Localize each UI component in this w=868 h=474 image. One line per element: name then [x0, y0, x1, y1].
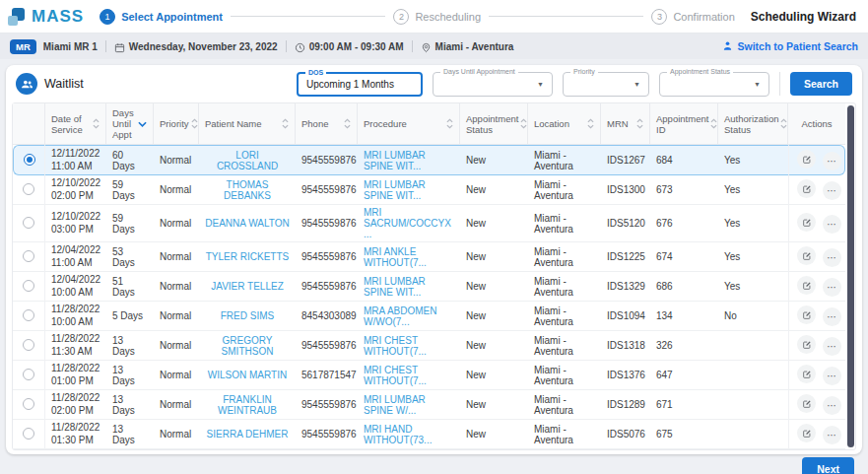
sort-desc-icon[interactable] [138, 121, 147, 127]
row-select-radio[interactable] [24, 154, 35, 166]
more-actions-button[interactable]: ⋯ [823, 152, 841, 170]
procedure-link[interactable]: MRI SACRUM/COCCYX ... [364, 207, 451, 239]
column-header-days-until-appt[interactable]: Days Until Appt [106, 103, 154, 145]
more-actions-button[interactable]: ⋯ [823, 248, 841, 267]
edit-appointment-button[interactable] [797, 365, 816, 383]
row-select-radio[interactable] [23, 250, 34, 262]
column-header-appointment-id[interactable]: Appointment ID [650, 103, 718, 145]
step-rescheduling[interactable]: 2 Rescheduling [393, 9, 481, 25]
procedure-link[interactable]: MRI LUMBAR SPINE WIT... [364, 150, 426, 171]
scrollbar-thumb[interactable] [847, 105, 854, 447]
logo-icon [8, 7, 28, 27]
column-header-mrn[interactable]: MRN [601, 103, 650, 145]
patient-name-link[interactable]: WILSON MARTIN [208, 370, 287, 380]
table-row[interactable]: 11/28/2022 01:30 PM 13 Days Normal SIERR… [13, 420, 845, 449]
sort-icon[interactable] [93, 118, 100, 129]
sort-icon[interactable] [344, 118, 351, 129]
sort-icon[interactable] [587, 118, 594, 129]
table-row[interactable]: 12/11/2022 11:00 AM 60 Days Normal LORI … [13, 145, 845, 175]
more-actions-button[interactable]: ⋯ [823, 278, 841, 297]
more-actions-button[interactable]: ⋯ [823, 215, 841, 234]
switch-to-patient-search-link[interactable]: Switch to Patient Search [722, 40, 858, 53]
patient-name-link[interactable]: TYLER RICKETTS [206, 251, 289, 262]
sort-icon[interactable] [636, 118, 643, 129]
table-row[interactable]: 12/04/2022 11:00 AM 53 Days Normal TYLER… [13, 242, 845, 272]
column-header-priority[interactable]: Priority [154, 103, 199, 145]
row-select-radio[interactable] [23, 309, 34, 321]
procedure-link[interactable]: MRI CHEST WITHOUT(7... [364, 365, 427, 386]
column-header-date-of-service[interactable]: Date of Service [45, 103, 106, 145]
patient-name-link[interactable]: FRANKLIN WEINTRAUB [218, 394, 277, 416]
column-header-procedure[interactable]: Procedure [358, 103, 460, 145]
patient-name-link[interactable]: JAVIER TELLEZ [211, 281, 284, 292]
procedure-link[interactable]: MRI LUMBAR SPINE WIT... [364, 276, 426, 298]
patient-name-link[interactable]: GREGORY SMITHSON [222, 335, 274, 357]
edit-appointment-button[interactable] [797, 246, 816, 265]
step-confirmation[interactable]: 3 Confirmation [651, 9, 734, 25]
column-header-patient-name[interactable]: Patient Name [199, 103, 296, 145]
more-actions-button[interactable]: ⋯ [823, 307, 841, 326]
table-row[interactable]: 11/28/2022 11:30 AM 13 Days Normal GREGO… [13, 331, 845, 361]
patient-name-link[interactable]: SIERRA DEHMER [207, 429, 289, 440]
row-select-radio[interactable] [23, 280, 34, 292]
patient-name-link[interactable]: THOMAS DEBANKS [224, 179, 271, 201]
sort-icon[interactable] [446, 118, 453, 129]
procedure-link[interactable]: MRI LUMBAR SPINE WIT... [364, 179, 426, 201]
next-button[interactable]: Next [802, 457, 854, 474]
procedure-link[interactable]: MRI ANKLE WITHOUT(7... [364, 246, 427, 268]
edit-appointment-button[interactable] [797, 335, 816, 354]
procedure-link[interactable]: MRI LUMBAR SPINE W/... [364, 394, 426, 416]
priority-filter[interactable]: Priority ▼ [563, 72, 649, 97]
row-select-radio[interactable] [23, 217, 34, 229]
app-logo[interactable]: MASS [8, 7, 84, 27]
column-header-phone[interactable]: Phone [296, 103, 358, 145]
more-actions-button[interactable]: ⋯ [823, 337, 841, 356]
more-actions-button[interactable]: ⋯ [823, 396, 841, 415]
row-select-radio[interactable] [23, 369, 34, 380]
sort-icon[interactable] [710, 118, 717, 129]
more-actions-button[interactable]: ⋯ [823, 181, 841, 200]
row-select-radio[interactable] [23, 339, 34, 351]
column-header-authorization-status[interactable]: Authorization Status [718, 103, 788, 145]
edit-appointment-button[interactable] [797, 150, 816, 169]
column-header-location[interactable]: Location [528, 103, 601, 145]
edit-appointment-button[interactable] [797, 276, 816, 295]
sort-icon[interactable] [191, 118, 198, 129]
patient-name-link[interactable]: DEANNA WALTON [205, 218, 289, 229]
priority-cell: Normal [154, 242, 199, 272]
edit-appointment-button[interactable] [797, 424, 816, 442]
patient-name-link[interactable]: LORI CROSSLAND [217, 150, 278, 171]
table-row[interactable]: 12/04/2022 10:00 AM 51 Days Normal JAVIE… [13, 272, 845, 302]
column-header-appointment-status[interactable]: Appointment Status [460, 103, 528, 145]
more-actions-button[interactable]: ⋯ [823, 426, 841, 444]
days-until-appointment-filter[interactable]: Days Until Appointment ▼ [433, 72, 553, 97]
dos-filter[interactable]: DOS Upcoming 1 Months [297, 72, 423, 97]
main-content: Waitlist DOS Upcoming 1 Months Days Unti… [0, 59, 868, 474]
row-select-radio[interactable] [23, 398, 34, 410]
phone-cell: 8454303089 [296, 302, 358, 331]
edit-appointment-button[interactable] [797, 305, 816, 324]
procedure-link[interactable]: MRI HAND WITHOUT(73... [364, 424, 432, 445]
edit-appointment-button[interactable] [797, 213, 816, 232]
sort-icon[interactable] [282, 118, 289, 129]
procedure-link[interactable]: MRI CHEST WITHOUT(7... [364, 335, 427, 357]
table-row[interactable]: 11/28/2022 02:00 PM 13 Days Normal FRANK… [13, 390, 845, 420]
table-row[interactable]: 12/10/2022 02:00 PM 59 Days Normal THOMA… [13, 175, 845, 205]
table-row[interactable]: 11/28/2022 01:00 PM 13 Days Normal WILSO… [13, 361, 845, 390]
row-select-radio[interactable] [23, 183, 34, 195]
sort-icon[interactable] [520, 118, 527, 129]
table-row[interactable]: 11/28/2022 10:00 AM 5 Days Normal FRED S… [13, 302, 845, 331]
row-select-radio[interactable] [23, 428, 34, 440]
table-row[interactable]: 12/10/2022 03:00 PM 59 Days Normal DEANN… [13, 205, 845, 242]
edit-appointment-button[interactable] [797, 394, 816, 413]
step-select-appointment[interactable]: 1 Select Appointment [100, 9, 223, 25]
patient-name-link[interactable]: FRED SIMS [221, 310, 274, 321]
appointment-status-filter[interactable]: Appointment Status ▼ [659, 72, 769, 97]
date-of-service-cell: 12/04/2022 [51, 274, 100, 287]
more-actions-button[interactable]: ⋯ [823, 367, 841, 385]
edit-appointment-button[interactable] [797, 179, 816, 198]
procedure-link[interactable]: MRA ABDOMEN W/WO(7... [364, 305, 436, 327]
vertical-scrollbar[interactable] [847, 105, 854, 447]
search-button[interactable]: Search [790, 72, 852, 96]
sort-icon[interactable] [780, 118, 787, 129]
